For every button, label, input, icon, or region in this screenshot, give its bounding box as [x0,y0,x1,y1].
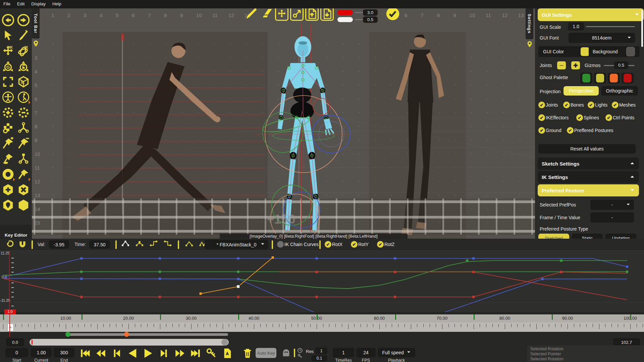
range-start-handle[interactable] [65,332,70,337]
trash-button[interactable] [241,348,255,359]
ik-translate-tool-button[interactable]: IK [1,44,15,58]
scale-button[interactable] [290,7,304,21]
pencil-button[interactable] [245,7,258,21]
background-color-button[interactable]: Background [589,46,640,57]
prev-key-button[interactable] [111,348,124,359]
time-input[interactable]: 37.50 [89,240,110,249]
keyframe[interactable] [316,271,318,273]
start-frame-input[interactable]: 0 [5,348,28,357]
timeline-scrollbar[interactable] [30,339,229,346]
timeres-input[interactable]: 1 [333,348,354,357]
curve-rotz-mid[interactable] [279,272,627,300]
range-end-handle[interactable] [124,332,129,337]
curve-selected-curve[interactable] [201,257,273,294]
res-value[interactable]: 1 [315,348,327,354]
toggle-rotz[interactable]: ✔RotZ [377,241,394,248]
pin-remove-tool-button[interactable] [16,136,31,150]
gizmos-value[interactable]: 0.5 [614,61,628,69]
keyframe[interactable] [80,257,83,259]
menu-help[interactable]: Help [49,0,65,8]
checkbox[interactable]: ✔ [377,241,384,248]
keyframe[interactable] [159,270,161,273]
checkbox[interactable]: ✔ [538,127,545,134]
ghost-color-swatch[interactable] [596,74,604,82]
pin-joints-tool-button[interactable] [16,152,31,166]
undo-tool-button[interactable] [1,13,15,27]
map-pin-icon[interactable] [526,40,533,49]
ghost-color-swatch[interactable] [582,74,590,82]
posture-type-static[interactable]: Static [572,234,603,239]
gui-settings-header[interactable]: GUI Settings [538,8,644,21]
fast-forward-button[interactable] [174,348,187,359]
ik-settings-header[interactable]: IK Settings [538,171,639,183]
move-button[interactable] [275,7,288,21]
ik-chain-curves-checkbox[interactable]: ✔ [277,241,284,248]
checkbox[interactable]: ✔ [538,102,545,108]
checkbox[interactable]: ✔ [612,102,619,108]
joints-minus-button[interactable]: ─ [557,61,566,69]
keyframe[interactable] [560,271,562,273]
keyframe[interactable] [237,270,239,273]
keyframe[interactable] [159,278,161,280]
toggle-joints[interactable]: ✔Joints [538,102,558,108]
ghost-color-swatch[interactable] [610,74,618,82]
gravity-unlock-tool-button[interactable] [16,59,31,73]
keyframe[interactable] [626,270,628,273]
viewport-3d[interactable]: 12345678910111213 678910111213 234567891… [32,8,535,239]
toggle-ctrl-points[interactable]: ✔Ctrl Points [605,114,635,121]
sketch-settings-header[interactable]: Sketch Settings [538,158,639,170]
reset-all-button[interactable]: Reset All values [538,144,636,154]
curve-roty-ease[interactable] [238,260,627,289]
curve-rotz-low[interactable] [3,272,627,297]
tool-bar-tab[interactable]: Tool Bar [32,8,40,39]
playback-range-bar[interactable] [68,333,228,336]
toggle-roty[interactable]: ✔RotY [351,241,369,248]
tangent-circle-button[interactable] [135,240,146,249]
stroke-width-value[interactable]: 3.0 [363,9,378,16]
keyframe[interactable] [272,256,274,259]
ghost-palette-slot[interactable] [608,73,620,83]
selected-prefpos-dropdown[interactable]: - [590,200,634,210]
keyframe[interactable] [626,265,628,268]
chain-remove-tool-button[interactable] [16,106,31,120]
projection-perspective[interactable]: Perspective [564,86,599,96]
ik-chain-curves-toggle[interactable]: ✔ IK Chain Curves [277,241,319,248]
export-pose-button[interactable] [320,7,334,21]
res-small-value[interactable]: 0.1 [311,355,327,361]
timeline-subruler[interactable] [0,322,644,332]
menu-display[interactable]: Display [28,0,49,8]
stroke-color-white[interactable] [337,17,353,22]
gui-scale-value[interactable]: 1.0 [568,22,584,31]
curves-canvas[interactable] [0,251,644,312]
set-key-button[interactable] [205,348,219,359]
playhead-line[interactable] [9,314,10,337]
frame-time-value[interactable]: - [590,213,634,223]
time-mode-clock-icon[interactable] [297,348,303,353]
scrollbar-handle[interactable] [221,339,228,346]
projection-orthographic[interactable]: Orthographic [601,86,638,96]
keyframe[interactable] [466,259,468,262]
ik-cube-tool-button[interactable]: IK [16,75,31,89]
select-cursor-tool-button[interactable] [1,28,15,43]
play-button[interactable] [142,348,156,359]
import-pose-button[interactable] [305,7,319,21]
timeline-ruler[interactable]: 10.0020.0030.0040.0050.0060.0070.0080.00… [0,314,644,322]
toggle-meshes[interactable]: ✔Meshes [612,102,636,108]
ring-tool-button[interactable] [1,167,15,181]
posture-type-sketched[interactable]: Sketched [538,234,569,239]
magnet-icon[interactable] [17,240,28,250]
gui-color-swatch[interactable] [581,47,589,56]
keyframe[interactable] [472,257,475,259]
menu-edit[interactable]: Edit [14,0,28,8]
checkbox[interactable]: ✔ [325,241,331,248]
sketch-brush-tool-button[interactable] [16,28,31,43]
tangent-step-down-button[interactable] [163,240,174,249]
menu-file[interactable]: File [0,0,14,8]
gui-color-button[interactable]: GUI Color [538,46,590,57]
pin-foot-tool-button[interactable] [1,152,15,166]
curve-roty-flat[interactable] [3,272,627,275]
keyframe[interactable] [541,278,544,280]
keyframe[interactable] [472,296,475,298]
toggle-preffered-postures[interactable]: ✔Preffered Postures [567,127,613,134]
redo-tool-button[interactable] [16,13,31,27]
